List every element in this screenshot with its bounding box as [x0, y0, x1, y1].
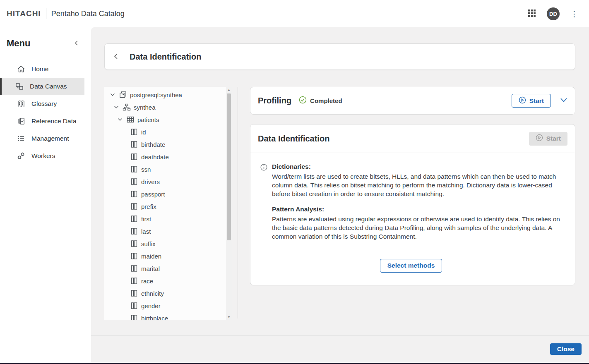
tree-node-gender[interactable]: gender: [104, 299, 225, 312]
main-content: Data Identification postgresql:syntheasy…: [91, 27, 589, 335]
tree-node-birthdate[interactable]: birthdate: [104, 138, 225, 151]
tree-node-label: drivers: [141, 178, 160, 185]
tree-node-label: id: [141, 129, 146, 136]
tree-node-last[interactable]: last: [104, 225, 225, 237]
tree-node-deathdate[interactable]: deathdate: [104, 151, 225, 163]
sidebar-item-label: Data Canvas: [30, 83, 67, 90]
section-heading: Dictionaries:: [272, 163, 562, 170]
page-title: Data Identification: [130, 52, 201, 62]
sidebar-item-data-canvas[interactable]: Data Canvas: [0, 78, 84, 95]
tree-node-ethnicity[interactable]: ethnicity: [104, 287, 225, 299]
back-button[interactable]: [113, 53, 120, 61]
profiling-status: Completed: [299, 96, 342, 105]
sidebar-item-home[interactable]: Home: [0, 60, 91, 78]
tree-node-first[interactable]: first: [104, 213, 225, 225]
play-circle-icon: [536, 134, 543, 143]
column-icon: [130, 128, 138, 136]
profiling-card: Profiling Completed Start: [250, 87, 575, 115]
sidebar-item-workers[interactable]: Workers: [0, 147, 91, 165]
tree-node-drivers[interactable]: drivers: [104, 175, 225, 188]
home-icon: [17, 65, 26, 74]
user-avatar[interactable]: DD: [547, 7, 560, 20]
asset-tree-panel: postgresql:syntheasyntheapatientsidbirth…: [104, 87, 232, 320]
tree-scrollbar[interactable]: ▲ ▼: [226, 87, 232, 320]
brand-separator: [46, 8, 46, 19]
section-heading: Pattern Analysis:: [272, 206, 562, 213]
tree-node-id[interactable]: id: [104, 126, 225, 138]
tree-node-prefix[interactable]: prefix: [104, 200, 225, 213]
datasource-icon: [119, 91, 127, 99]
tree-node-label: ssn: [141, 166, 151, 173]
column-icon: [130, 314, 138, 320]
data-identification-title: Data Identification: [258, 134, 329, 144]
apps-grid-icon: [528, 9, 536, 19]
chevron-down-icon[interactable]: [108, 93, 117, 96]
page-header-card: Data Identification: [104, 43, 575, 70]
sidebar: Menu HomeData CanvasGlossaryReference Da…: [0, 27, 91, 363]
profiling-start-button[interactable]: Start: [512, 94, 551, 108]
menu-title: Menu: [7, 38, 30, 49]
tree-node-label: first: [141, 216, 151, 223]
tree-node-maiden[interactable]: maiden: [104, 250, 225, 262]
column-icon: [130, 153, 138, 161]
close-button[interactable]: Close: [550, 343, 582, 355]
chevron-down-icon[interactable]: [116, 118, 124, 121]
column-icon: [130, 252, 138, 260]
tree-node-birthplace[interactable]: birthplace: [104, 312, 225, 320]
select-methods-button[interactable]: Select methods: [380, 259, 442, 273]
app-title: Pentaho Data Catalog: [51, 10, 125, 18]
sidebar-item-reference-data[interactable]: Reference Data: [0, 113, 91, 130]
overflow-menu-button[interactable]: ⋮: [569, 8, 580, 19]
column-icon: [130, 302, 138, 310]
tree-node-patients[interactable]: patients: [104, 113, 225, 126]
tree-node-label: birthplace: [141, 315, 168, 320]
sidebar-item-label: Management: [31, 135, 69, 142]
tree-node-label: marital: [141, 265, 160, 272]
scrollbar-down-arrow-icon[interactable]: ▼: [226, 314, 232, 320]
scrollbar-up-arrow-icon[interactable]: ▲: [226, 87, 232, 93]
tree-node-synthea[interactable]: synthea: [104, 101, 225, 113]
column-icon: [130, 289, 138, 297]
tree-node-label: maiden: [141, 253, 161, 260]
identification-start-button[interactable]: Start: [529, 132, 567, 146]
tree-node-suffix[interactable]: suffix: [104, 237, 225, 250]
sidebar-nav: HomeData CanvasGlossaryReference DataMan…: [0, 60, 91, 165]
apps-grid-button[interactable]: [526, 7, 538, 20]
sidebar-item-label: Home: [31, 65, 48, 73]
scrollbar-thumb[interactable]: [227, 93, 231, 240]
sidebar-item-label: Reference Data: [31, 117, 77, 125]
chevron-down-icon: [560, 98, 567, 104]
tree-node-passport[interactable]: passport: [104, 188, 225, 200]
sidebar-item-management[interactable]: Management: [0, 130, 91, 147]
section-body: Word/term lists are used to create bitse…: [272, 172, 562, 199]
management-icon: [17, 134, 26, 143]
sidebar-item-glossary[interactable]: Glossary: [0, 95, 91, 113]
chevron-left-icon: [74, 40, 79, 47]
status-badge: Completed: [310, 97, 342, 104]
column-icon: [130, 277, 138, 285]
tree-node-ssn[interactable]: ssn: [104, 163, 225, 175]
column-icon: [130, 140, 138, 148]
sidebar-item-label: Workers: [31, 152, 55, 160]
tree-node-label: prefix: [141, 203, 156, 210]
column-icon: [130, 202, 138, 211]
column-icon: [130, 239, 138, 248]
panel-divider: [238, 87, 238, 318]
profiling-expand-button[interactable]: [560, 98, 567, 104]
column-icon: [130, 227, 138, 235]
tree-node-label: birthdate: [141, 141, 165, 148]
tree-node-label: synthea: [134, 104, 156, 111]
data-identification-card: Data Identification Start Dictionaries:W…: [250, 124, 575, 285]
brand-area: HITACHI Pentaho Data Catalog: [7, 8, 125, 19]
column-icon: [130, 264, 138, 273]
footer-bar: Close: [91, 335, 589, 363]
tree-node-label: race: [141, 278, 153, 285]
tree-node-label: deathdate: [141, 153, 169, 160]
sidebar-collapse-button[interactable]: [72, 38, 81, 49]
chevron-down-icon[interactable]: [112, 105, 120, 109]
tree-node-label: ethnicity: [141, 290, 164, 297]
tree-node-postgresql-synthea[interactable]: postgresql:synthea: [104, 89, 225, 101]
tree-node-race[interactable]: race: [104, 275, 225, 287]
tree-node-marital[interactable]: marital: [104, 262, 225, 275]
kebab-menu-icon: ⋮: [570, 10, 578, 18]
